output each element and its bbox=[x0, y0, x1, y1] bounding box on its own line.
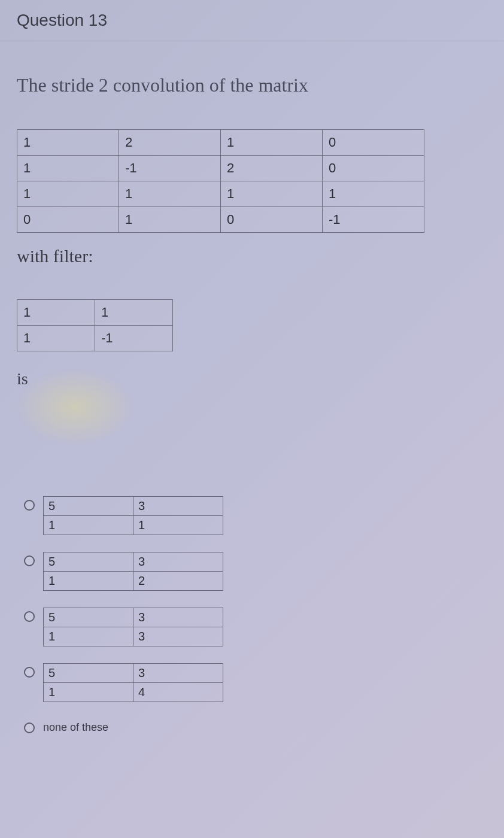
matrix-cell: 3 bbox=[133, 664, 223, 683]
prompt-text: The stride 2 convolution of the matrix bbox=[17, 74, 487, 96]
radio-icon[interactable] bbox=[24, 500, 35, 511]
matrix-cell: -1 bbox=[323, 207, 424, 233]
answer-options: 5 3 1 1 5 3 1 bbox=[24, 496, 487, 734]
answer-option-3[interactable]: 5 3 1 3 bbox=[24, 608, 487, 646]
matrix-cell: 1 bbox=[119, 181, 221, 207]
table-row: 5 3 bbox=[44, 497, 223, 516]
answer-option-5[interactable]: none of these bbox=[24, 719, 487, 734]
option-table: 5 3 1 4 bbox=[43, 663, 223, 702]
is-label: is bbox=[17, 369, 487, 388]
matrix-cell: 0 bbox=[323, 156, 424, 181]
matrix-cell: 0 bbox=[17, 207, 119, 233]
matrix-cell: 1 bbox=[17, 181, 119, 207]
table-row: 5 3 bbox=[44, 552, 223, 572]
matrix-cell: 1 bbox=[17, 156, 119, 181]
radio-icon[interactable] bbox=[24, 722, 35, 733]
matrix-cell: 3 bbox=[133, 552, 223, 572]
table-row: 0 1 0 -1 bbox=[17, 207, 424, 233]
table-row: 5 3 bbox=[44, 608, 223, 627]
matrix-cell: 0 bbox=[323, 130, 424, 156]
matrix-cell: 5 bbox=[44, 608, 133, 627]
table-row: 1 2 1 0 bbox=[17, 130, 424, 156]
question-body: The stride 2 convolution of the matrix 1… bbox=[0, 74, 504, 734]
matrix-cell: 5 bbox=[44, 664, 133, 683]
matrix-cell: 1 bbox=[95, 300, 173, 326]
question-header: Question 13 bbox=[0, 0, 504, 41]
matrix-cell: 1 bbox=[17, 300, 95, 326]
option-table: 5 3 1 1 bbox=[43, 496, 223, 535]
answer-option-2[interactable]: 5 3 1 2 bbox=[24, 552, 487, 591]
matrix-cell: 1 bbox=[44, 572, 133, 591]
option-table: 5 3 1 2 bbox=[43, 552, 223, 591]
matrix-cell: 5 bbox=[44, 552, 133, 572]
table-row: 1 3 bbox=[44, 627, 223, 646]
table-row: 1 2 bbox=[44, 572, 223, 591]
matrix-cell: 1 bbox=[44, 683, 133, 702]
matrix-cell: -1 bbox=[95, 326, 173, 351]
option-label: none of these bbox=[43, 719, 108, 734]
matrix-cell: 1 bbox=[17, 326, 95, 351]
question-title: Question 13 bbox=[17, 11, 107, 29]
answer-option-1[interactable]: 5 3 1 1 bbox=[24, 496, 487, 535]
table-row: 1 -1 2 0 bbox=[17, 156, 424, 181]
table-row: 1 1 bbox=[44, 516, 223, 535]
filter-matrix: 1 1 1 -1 bbox=[17, 299, 173, 351]
matrix-cell: 3 bbox=[133, 627, 223, 646]
matrix-cell: -1 bbox=[119, 156, 221, 181]
matrix-cell: 3 bbox=[133, 497, 223, 516]
option-table: 5 3 1 3 bbox=[43, 608, 223, 646]
matrix-cell: 1 bbox=[221, 130, 323, 156]
table-row: 1 1 1 1 bbox=[17, 181, 424, 207]
matrix-cell: 2 bbox=[119, 130, 221, 156]
table-row: 1 4 bbox=[44, 683, 223, 702]
matrix-cell: 1 bbox=[119, 207, 221, 233]
matrix-cell: 4 bbox=[133, 683, 223, 702]
radio-icon[interactable] bbox=[24, 667, 35, 678]
matrix-cell: 0 bbox=[221, 207, 323, 233]
with-filter-label: with filter: bbox=[17, 246, 487, 266]
question-page: Question 13 The stride 2 convolution of … bbox=[0, 0, 504, 838]
matrix-cell: 3 bbox=[133, 608, 223, 627]
matrix-cell: 2 bbox=[221, 156, 323, 181]
matrix-cell: 1 bbox=[221, 181, 323, 207]
radio-icon[interactable] bbox=[24, 555, 35, 566]
matrix-cell: 5 bbox=[44, 497, 133, 516]
matrix-cell: 1 bbox=[44, 516, 133, 535]
table-row: 1 1 bbox=[17, 300, 173, 326]
answer-option-4[interactable]: 5 3 1 4 bbox=[24, 663, 487, 702]
matrix-cell: 1 bbox=[17, 130, 119, 156]
matrix-cell: 1 bbox=[44, 627, 133, 646]
radio-icon[interactable] bbox=[24, 611, 35, 622]
table-row: 1 -1 bbox=[17, 326, 173, 351]
input-matrix: 1 2 1 0 1 -1 2 0 1 1 1 1 0 1 0 -1 bbox=[17, 129, 424, 233]
matrix-cell: 1 bbox=[133, 516, 223, 535]
matrix-cell: 1 bbox=[323, 181, 424, 207]
table-row: 5 3 bbox=[44, 664, 223, 683]
matrix-cell: 2 bbox=[133, 572, 223, 591]
